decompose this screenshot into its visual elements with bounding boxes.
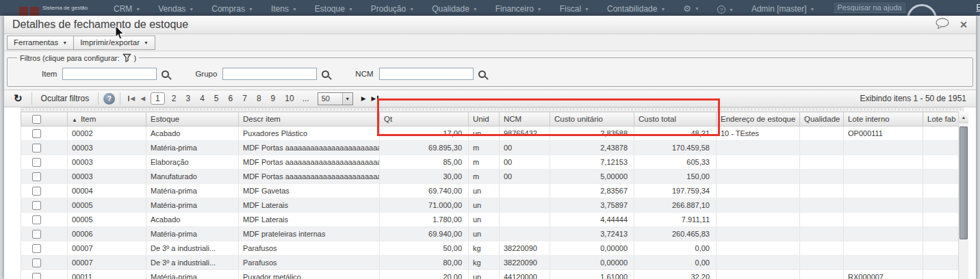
col-header-unid[interactable]: Unid [469,112,500,127]
chevron-down-icon: ▼ [62,40,67,45]
col-header-custo-unitario[interactable]: Custo unitário [550,112,634,127]
imprimir-exportar-button[interactable]: Imprimir/exportar▼ [73,36,155,50]
vertical-scrollbar[interactable]: ▲ [958,111,968,279]
cell-qt: 69.740,00 [380,184,469,198]
filters-fieldset[interactable]: Filtros (clique para configurar: ) Item … [7,53,973,87]
stock-closing-window: Detalhes de fechamento de estoque ✕ Ferr… [4,16,976,279]
menu-contabilidade[interactable]: Contabilidade▼ [607,4,665,14]
page-number-5[interactable]: 5 [211,93,222,104]
table-row[interactable]: 00011Matéria-primaPuxador metálico20,00u… [21,270,964,279]
prev-page-button[interactable]: ◀ [138,95,148,102]
col-header-custo-total[interactable]: Custo total [634,112,717,127]
row-checkbox[interactable] [32,273,41,279]
col-header-qt[interactable]: Qt [380,112,469,127]
company-link[interactable]: Empresa A [977,3,980,12]
menu-fiscal[interactable]: Fiscal▼ [560,4,589,14]
help-icon[interactable]: ? [103,93,115,105]
stock-details-table: ▲Item Estoque Descr item Qt Unid NCM Cus… [21,111,964,279]
row-checkbox[interactable] [32,201,41,210]
menu-producao[interactable]: Produção▼ [371,4,414,14]
menu-itens[interactable]: Itens▼ [271,4,297,14]
col-header-estoque[interactable]: Estoque [146,112,239,127]
row-checkbox[interactable] [32,258,41,267]
menu-financeiro[interactable]: Financeiro▼ [495,4,542,14]
cell-endereco [717,141,800,155]
cell-qualidade [800,256,844,270]
col-header-item[interactable]: ▲Item [68,112,146,127]
item-filter-input[interactable] [62,68,157,80]
table-row[interactable]: 00003ManufaturadoMDF Portas aaaaaaaaaaaa… [21,170,964,184]
ncm-filter-input[interactable] [379,68,474,80]
admin-menu[interactable]: Admin [master]▼ [751,4,815,14]
search-icon[interactable] [322,70,329,78]
row-checkbox[interactable] [32,187,41,196]
last-page-button[interactable]: ▶ [369,95,381,102]
page-number-9[interactable]: 9 [268,93,279,104]
cell-ncm: 00 [500,155,550,170]
page-number-1[interactable]: 1 [151,92,165,105]
table-row[interactable]: 00007De 3º a industriali...Parafusos50,0… [21,241,964,256]
col-header-qualidade[interactable]: Qualidade [800,112,844,127]
page-number-2[interactable]: 2 [169,93,179,104]
page-number-8[interactable]: 8 [254,93,264,104]
row-checkbox[interactable] [32,172,41,181]
cell-lote-interno [844,213,923,227]
page-number-10[interactable]: 10 [282,93,296,104]
row-checkbox[interactable] [32,215,41,224]
gauge-icon[interactable] [907,4,937,16]
menu-vendas[interactable]: Vendas▼ [158,4,194,14]
table-row[interactable]: 00003ElaboraçãoMDF Portas aaaaaaaaaaaaaa… [21,155,964,170]
gear-icon: ⚙ [683,3,691,14]
row-checkbox[interactable] [32,144,41,152]
select-all-checkbox[interactable] [32,115,41,124]
close-icon[interactable]: ✕ [959,19,968,30]
settings-menu[interactable]: ⚙▼ [683,3,699,14]
search-icon[interactable] [478,70,486,78]
table-row[interactable]: 00004Matéria-primaMDF Gavetas69.740,00un… [21,184,964,198]
grupo-filter-input[interactable] [222,68,317,80]
page-number-6[interactable]: 6 [226,93,236,104]
ferramentas-button[interactable]: Ferramentas▼ [7,36,74,50]
page-number-7[interactable]: 7 [240,93,250,104]
row-checkbox-cell [21,184,68,198]
cell-qt: 85,00 [380,155,469,170]
table-row[interactable]: 00006Matéria-primaMDF prateleiras intern… [21,227,964,241]
comment-bubble-icon[interactable] [935,18,950,31]
row-checkbox[interactable] [32,158,41,167]
scroll-up-icon[interactable]: ▲ [959,111,968,123]
col-header-ncm[interactable]: NCM [500,112,550,127]
search-icon[interactable] [162,70,169,78]
table-row[interactable]: 00002AcabadoPuxadores Plástico17,00un987… [21,127,964,141]
next-page-button[interactable]: ▶ [359,95,369,102]
scrollbar-thumb[interactable] [959,127,968,239]
row-checkbox[interactable] [32,230,41,239]
cell-item: 00004 [68,184,146,198]
menu-qualidade[interactable]: Qualidade▼ [432,4,478,14]
app-logo: Sistema de gestão [19,5,101,16]
menu-compras[interactable]: Compras▼ [211,4,253,14]
table-row[interactable]: 00005AcabadoMDF Laterais1.780,00un4,4444… [21,213,964,227]
col-header-descr-item[interactable]: Descr item [239,112,380,127]
separator [120,92,120,105]
col-header-endereco[interactable]: Endereço de estoque [717,112,800,127]
table-row[interactable]: 00003Matéria-primaMDF Portas aaaaaaaaaaa… [21,141,964,155]
page-number-4[interactable]: 4 [197,93,207,104]
col-header-lote-interno[interactable]: Lote interno [844,112,923,127]
cell-unid: m [469,141,500,155]
row-checkbox[interactable] [32,244,41,253]
first-page-button[interactable]: ◀ [125,95,138,102]
window-titlebar: Detalhes de fechamento de estoque ✕ [4,16,976,34]
cell-custo-total: 197.759,34 [634,184,717,198]
help-menu[interactable]: ?▼ [717,5,734,14]
ocultar-filtros-button[interactable]: Ocultar filtros [37,94,94,103]
help-search-input[interactable] [833,1,907,13]
menu-crm[interactable]: CRM▼ [114,4,140,14]
table-row[interactable]: 00005Matéria-primaMDF Laterais71.000,00u… [21,198,964,213]
cell-custo-unitario: 3,72413 [550,227,634,241]
refresh-icon[interactable]: ↻ [10,92,27,105]
page-number-3[interactable]: 3 [183,93,193,104]
menu-estoque[interactable]: Estoque▼ [315,4,353,14]
table-row[interactable]: 00007De 3º a industriali...Parafusos80,0… [21,256,964,270]
page-size-select[interactable]: 50 ▼ [318,92,353,105]
row-checkbox[interactable] [32,129,41,138]
